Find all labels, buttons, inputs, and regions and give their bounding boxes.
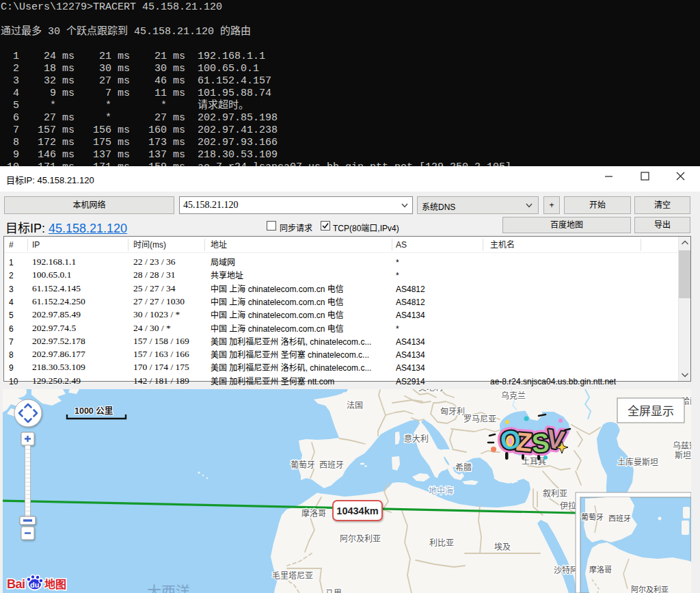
svg-text:阿尔及利亚: 阿尔及利亚 [340,533,381,544]
svg-text:1000 公里: 1000 公里 [75,406,113,416]
svg-text:希腊: 希腊 [455,462,472,473]
svg-text:10434km: 10434km [336,505,378,516]
svg-text:法国: 法国 [347,401,363,410]
svg-text:西班牙: 西班牙 [608,514,631,523]
svg-text:地图: 地图 [44,578,66,590]
svg-text:土库曼斯坦: 土库曼斯坦 [617,457,658,467]
svg-text:摩洛哥: 摩洛哥 [301,508,326,518]
svg-text:Z: Z [515,427,533,457]
svg-text:毛里塔尼亚: 毛里塔尼亚 [272,571,313,581]
svg-text:du: du [30,581,39,589]
svg-text:葡萄牙: 葡萄牙 [581,513,604,521]
svg-text:罗马尼亚: 罗马尼亚 [463,414,496,424]
svg-text:利比亚: 利比亚 [429,538,454,548]
svg-text:全屏显示: 全屏显示 [628,405,674,418]
svg-text:乌克兰: 乌克兰 [501,391,526,401]
svg-text:西班牙: 西班牙 [319,460,344,470]
svg-text:叙利亚: 叙利亚 [543,489,567,499]
svg-text:土耳其: 土耳其 [522,457,546,466]
svg-text:埃及: 埃及 [494,542,511,552]
svg-text:斯坦: 斯坦 [675,451,691,460]
svg-text:摩洛哥: 摩洛哥 [589,565,612,574]
svg-text:地中海: 地中海 [429,486,453,496]
svg-text:葡萄牙: 葡萄牙 [291,460,315,470]
svg-text:乌兹别: 乌兹别 [673,440,691,451]
svg-text:Bai: Bai [7,577,25,591]
svg-text:马里: 马里 [325,589,342,593]
svg-text:意大利: 意大利 [404,434,429,444]
svg-text:阿尔及利亚: 阿尔及利亚 [631,585,669,593]
svg-text:匈牙利: 匈牙利 [440,407,465,417]
svg-text:奥地利: 奥地利 [418,389,443,393]
svg-text:大西洋: 大西洋 [147,583,190,593]
